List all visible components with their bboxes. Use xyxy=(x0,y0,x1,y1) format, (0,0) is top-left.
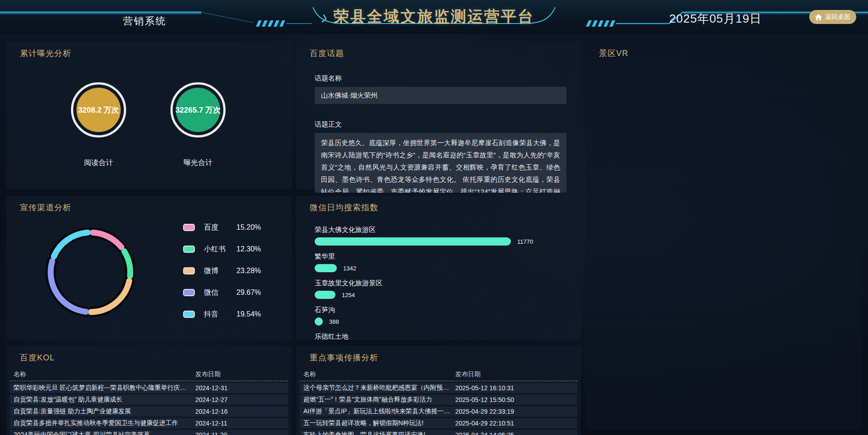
panel-wechat-search-index: 微信日均搜索指数 荣县大佛文化旅游区 11770 繁华里 1342 玉章故里文化… xyxy=(296,196,581,340)
bar-item-3: 石笋沟 388 xyxy=(315,306,566,326)
row-date: 2024-11-20 xyxy=(195,431,284,435)
back-to-desktop-label: 返回桌面 xyxy=(825,13,850,21)
topic-name-input[interactable] xyxy=(315,87,566,104)
table-row[interactable]: 自贡荣县多措并举扎实推动秋冬季爱国卫生与健康促进工作 2024-12-11 xyxy=(10,418,288,428)
legend-item-3[interactable]: 微信 29.67% xyxy=(183,288,261,297)
bar-item-1: 繁华里 1342 xyxy=(315,252,566,272)
panel-key-events: 重点事项传播分析 名称 发布日期 这个母亲节怎么过？来新桥吃枇杷感恩宴（内附预定… xyxy=(296,346,581,435)
table-row[interactable]: 五一玩转荣县超详攻略，解锁假期N种玩法! 2025-04-29 22:10:51 xyxy=(300,418,577,428)
table-row[interactable]: AI伴游「景点IP」新玩法上线啦!快来荣县大佛摇一摇解锁隐藏活动，... 202… xyxy=(300,407,577,416)
row-date: 2024-12-16 xyxy=(195,408,284,415)
stat-value-exposure: 32265.7 万次 xyxy=(176,88,220,132)
panel-title-wechat-index: 微信日均搜索指数 xyxy=(310,202,581,213)
table-header: 名称 发布日期 xyxy=(300,370,577,381)
bar-0 xyxy=(315,237,511,246)
column-header-date: 发布日期 xyxy=(195,370,284,378)
row-date: 2025-05-12 16:10:31 xyxy=(455,384,574,392)
table-header: 名称 发布日期 xyxy=(10,370,288,381)
row-name: 这个母亲节怎么过？来新桥吃枇杷感恩宴（内附预定二维码） xyxy=(303,384,455,392)
legend-value: 15.20% xyxy=(236,223,261,232)
bar-value: 1254 xyxy=(342,292,355,298)
legend-label: 小红书 xyxy=(204,245,236,254)
row-date: 2025-04-24 14:05:25 xyxy=(455,431,574,435)
page-title: 荣县全域文旅监测运营平台 xyxy=(334,6,534,27)
panel-title-baidu-topic: 百度话题 xyxy=(310,48,581,59)
bar-category-label: 繁华里 xyxy=(315,252,566,261)
table-row[interactable]: 2024美丽中国全国门球大赛·四川荣县站完美落幕 2024-11-20 xyxy=(10,430,288,435)
panel-title-scenic-vr: 景区VR xyxy=(599,48,862,59)
stat-label-read: 阅读合计 xyxy=(84,158,113,168)
bar-2 xyxy=(315,291,335,299)
back-to-desktop-button[interactable]: 返回桌面 xyxy=(809,10,856,24)
panel-baidu-topic: 百度话题 话题名称 话题正文 荣县历史悠久、底蕴深厚，坐拥世界第一大释迦牟尼摩崖… xyxy=(296,42,581,189)
stat-read-total: 3208.2 万次 阅读合计 xyxy=(62,82,135,168)
topic-body-textarea[interactable]: 荣县历史悠久、底蕴深厚，坐拥世界第一大释迦牟尼摩崖石刻造像荣县大佛，是南宋诗人陆… xyxy=(315,133,566,193)
panel-title-channels: 宣传渠道分析 xyxy=(20,202,292,213)
legend-item-2[interactable]: 微博 23.28% xyxy=(183,266,261,275)
bar-category-label: 荣县大佛文化旅游区 xyxy=(315,226,566,234)
bar-value: 11770 xyxy=(517,238,533,245)
table-row[interactable]: 车轮上的美食地图，荣县这场赛事巴适安逸! 2025-04-24 14:05:25 xyxy=(300,430,577,435)
bar-item-0: 荣县大佛文化旅游区 11770 xyxy=(315,226,566,246)
row-date: 2025-04-29 22:33:19 xyxy=(455,408,574,415)
legend-swatch xyxy=(183,311,195,318)
legend-item-0[interactable]: 百度 15.20% xyxy=(183,223,261,232)
row-name: AI伴游「景点IP」新玩法上线啦!快来荣县大佛摇一摇解锁隐藏活动，... xyxy=(303,407,455,416)
bar-1 xyxy=(315,264,337,272)
stat-value-read: 3208.2 万次 xyxy=(76,88,121,132)
row-name: 超燃“五一”！荣县“文旅体商”融合释放多彩活力 xyxy=(303,396,455,404)
bar-value: 1342 xyxy=(343,265,356,272)
table-row[interactable]: 这个母亲节怎么过？来新桥吃枇杷感恩宴（内附预定二维码） 2025-05-12 1… xyxy=(300,383,577,393)
column-header-name: 名称 xyxy=(14,370,195,378)
topic-name-label: 话题名称 xyxy=(315,74,581,83)
column-header-date: 发布日期 xyxy=(455,370,574,378)
panel-channel-analysis: 宣传渠道分析 百度 15.20% 小红书 12.30% 微博 23.28% 微信… xyxy=(6,196,292,340)
row-name: 自贡荣县:质量强链 助力土陶产业健康发展 xyxy=(14,407,195,416)
legend-label: 抖音 xyxy=(204,310,236,319)
stat-label-exposure: 曝光合计 xyxy=(184,158,212,168)
baidu-kol-table: 名称 发布日期 荣职华彩映元旦 匠心筑梦启新程---荣县职教中心隆重举行庆元旦.… xyxy=(10,370,288,435)
legend-swatch xyxy=(183,224,195,231)
system-switch-marketing[interactable]: 营销系统 xyxy=(123,14,166,28)
legend-label: 微博 xyxy=(204,266,236,276)
row-name: 车轮上的美食地图，荣县这场赛事巴适安逸! xyxy=(303,431,455,435)
bar-category-label: 石笋沟 xyxy=(315,306,566,314)
legend-value: 29.67% xyxy=(236,288,261,297)
topic-body-label: 话题正文 xyxy=(315,120,581,129)
table-row[interactable]: 荣职华彩映元旦 匠心筑梦启新程---荣县职教中心隆重举行庆元旦... 2024-… xyxy=(10,383,288,393)
row-name: 自贡荣县多措并举扎实推动秋冬季爱国卫生与健康促进工作 xyxy=(14,419,195,427)
table-row[interactable]: 自贡荣县:质量强链 助力土陶产业健康发展 2024-12-16 xyxy=(10,407,288,416)
wechat-bar-list: 荣县大佛文化旅游区 11770 繁华里 1342 玉章故里文化旅游景区 1254… xyxy=(315,226,566,341)
row-date: 2025-05-12 15:50:50 xyxy=(455,396,574,403)
bar-item-4: 乐德红土地 xyxy=(315,332,566,341)
legend-value: 12.30% xyxy=(236,245,261,253)
column-header-name: 名称 xyxy=(303,370,455,378)
stat-ring: 3208.2 万次 xyxy=(71,82,126,137)
baidu-kol-rows: 荣职华彩映元旦 匠心筑梦启新程---荣县职教中心隆重举行庆元旦... 2024-… xyxy=(10,383,288,435)
legend-item-1[interactable]: 小红书 12.30% xyxy=(183,245,261,254)
panel-title-baidu-kol: 百度KOL xyxy=(20,352,292,363)
header-bar: 营销系统 荣县全域文旅监测运营平台 2025年05月19日 返回桌面 xyxy=(0,0,868,34)
row-date: 2024-12-27 xyxy=(195,396,284,403)
panel-title-key-events: 重点事项传播分析 xyxy=(310,352,581,363)
channel-legend: 百度 15.20% 小红书 12.30% 微博 23.28% 微信 29.67%… xyxy=(183,223,261,331)
bar-value: 388 xyxy=(329,318,339,325)
legend-value: 19.54% xyxy=(236,310,261,318)
key-events-table: 名称 发布日期 这个母亲节怎么过？来新桥吃枇杷感恩宴（内附预定二维码） 2025… xyxy=(300,370,577,435)
panel-cumulative-exposure: 累计曝光分析 3208.2 万次 阅读合计 32265.7 万次 曝光合计 xyxy=(6,42,292,189)
bar-item-2: 玉章故里文化旅游景区 1254 xyxy=(315,279,566,299)
panel-baidu-kol: 百度KOL 名称 发布日期 荣职华彩映元旦 匠心筑梦启新程---荣县职教中心隆重… xyxy=(6,346,292,435)
stat-ring: 32265.7 万次 xyxy=(170,82,226,137)
table-row[interactable]: 超燃“五一”！荣县“文旅体商”融合释放多彩活力 2025-05-12 15:50… xyxy=(300,395,577,405)
key-events-rows: 这个母亲节怎么过？来新桥吃枇杷感恩宴（内附预定二维码） 2025-05-12 1… xyxy=(300,383,577,435)
legend-label: 微信 xyxy=(204,288,236,298)
table-row[interactable]: 自贡荣县:发放“温暖包” 助儿童健康成长 2024-12-27 xyxy=(10,395,288,405)
header-date: 2025年05月19日 xyxy=(669,11,762,27)
bar-category-label: 玉章故里文化旅游景区 xyxy=(315,279,566,288)
legend-swatch xyxy=(183,246,195,253)
row-name: 五一玩转荣县超详攻略，解锁假期N种玩法! xyxy=(303,419,455,427)
legend-value: 23.28% xyxy=(236,267,261,275)
home-icon xyxy=(815,14,822,20)
legend-item-4[interactable]: 抖音 19.54% xyxy=(183,310,261,319)
bar-category-label: 乐德红土地 xyxy=(315,332,566,341)
